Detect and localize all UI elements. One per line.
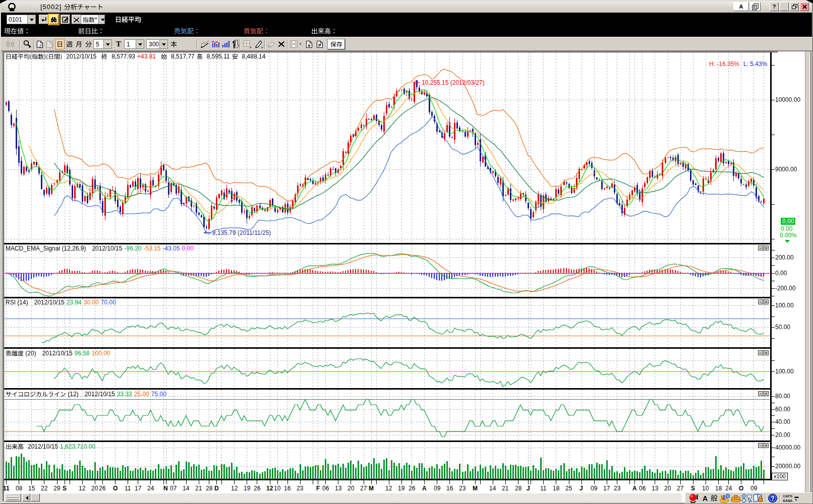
tick-combo[interactable]: 1 — [124, 39, 144, 49]
ime-minimize-icon[interactable]: ▬ — [794, 495, 798, 498]
ime-logo-icon[interactable] — [688, 493, 700, 503]
xtick-22: 22 — [41, 485, 47, 492]
ime-expand-icon[interactable]: ▼ — [794, 499, 798, 501]
scrollbar-thumb[interactable] — [31, 493, 40, 501]
category-value[interactable]: * — [81, 15, 98, 24]
save-button[interactable] — [328, 39, 345, 49]
category-dropdown-icon[interactable] — [98, 15, 104, 24]
psy-minimize-button[interactable]: − — [758, 391, 763, 396]
low-percent-label: L: 5.43% — [743, 60, 767, 68]
magnifier-icon — [23, 40, 32, 48]
macd-minimize-button[interactable]: − — [758, 245, 763, 250]
vol-close-button[interactable]: × — [764, 443, 769, 448]
no-draw-button[interactable] — [72, 15, 81, 24]
page-down-icon — [306, 40, 313, 48]
page-export-button[interactable] — [304, 39, 314, 49]
period-button-4[interactable] — [84, 39, 93, 49]
ime-help-icon[interactable]: ? — [768, 493, 778, 503]
new-page-button[interactable] — [35, 39, 45, 49]
search-button[interactable] — [49, 15, 59, 24]
dev-close-button[interactable]: × — [764, 350, 769, 355]
xtick-24: 24 — [147, 485, 154, 492]
macd-close-button[interactable]: × — [764, 245, 769, 250]
eraser-tool-button[interactable] — [266, 39, 276, 49]
xtick-17: 17 — [135, 485, 141, 492]
minute-dropdown-icon[interactable] — [103, 40, 111, 48]
ime-mode-alpha[interactable]: A — [703, 494, 708, 502]
candlestick-tool-button[interactable] — [4, 39, 17, 49]
quote-field-dekidaka — [311, 27, 337, 35]
volume-unit-box: x100 — [772, 473, 788, 480]
horizontal-scrollbar[interactable] — [4, 493, 682, 502]
ime-pad-icon[interactable] — [741, 493, 752, 503]
xtick-16: 16 — [284, 485, 291, 492]
dev-panel-header: (20)2012/10/1596.58100.00 — [6, 350, 112, 357]
toolbar: 5 T 1 300 — [1, 37, 812, 51]
tick-dropdown-icon[interactable] — [136, 40, 144, 48]
xtick-07: 07 — [170, 485, 177, 492]
print-page-button[interactable]: P — [315, 39, 325, 49]
symbol-code-combo[interactable]: 0101 — [7, 15, 36, 24]
zoom-tool-button[interactable] — [21, 39, 33, 49]
minute-combo[interactable]: 5 — [93, 39, 112, 49]
updown-tool-button[interactable] — [230, 39, 240, 49]
chart-canvas[interactable] — [4, 51, 778, 485]
copy-window-icon[interactable] — [750, 2, 761, 11]
barcount-combo[interactable]: 300 — [146, 39, 168, 49]
category-combo[interactable]: * — [81, 15, 105, 24]
xtick-24: 24 — [725, 485, 732, 492]
xtick-F: F — [316, 485, 320, 492]
caps-indicator[interactable]: CAPS — [783, 494, 792, 498]
minute-value[interactable]: 5 — [94, 40, 103, 48]
scrollbar-grip[interactable] — [5, 493, 21, 501]
scrollbar-left-arrow[interactable] — [22, 493, 30, 501]
edit-registration-button[interactable] — [61, 15, 70, 24]
delete-tool-button[interactable] — [276, 39, 286, 49]
symbol-code-input[interactable]: 0101 — [7, 15, 27, 24]
change-value: +43.81 — [137, 53, 156, 60]
barcount-value[interactable]: 300 — [147, 40, 159, 48]
tick-value[interactable]: 1 — [125, 40, 136, 48]
volume-chart-button[interactable] — [221, 39, 230, 49]
rsi-close-button[interactable]: × — [764, 299, 769, 304]
enter-button[interactable] — [39, 15, 48, 24]
restore-button[interactable] — [790, 2, 799, 11]
draw-tool-button[interactable] — [253, 39, 264, 49]
ime-word-register-icon[interactable] — [719, 493, 730, 503]
xtick-20: 20 — [91, 485, 98, 492]
barcount-dropdown-icon[interactable] — [159, 40, 167, 48]
eraser-icon — [267, 41, 275, 47]
font-button[interactable]: A — [733, 2, 749, 11]
period-button-1[interactable] — [55, 39, 65, 49]
dev-value-1: 96.58 — [75, 350, 90, 357]
ime-toolbox-icon[interactable] — [730, 493, 741, 503]
bars-unit-label — [169, 39, 178, 49]
period-button-2[interactable] — [65, 39, 74, 49]
save-image-button[interactable]: ▼ — [289, 39, 303, 49]
psy-value-3: 75.00 — [151, 391, 166, 398]
grid-tool-button[interactable] — [242, 39, 253, 49]
t-button[interactable]: T — [114, 39, 123, 49]
symbol-code-dropdown-icon[interactable] — [27, 15, 35, 24]
ime-dictionary-icon[interactable] — [752, 493, 764, 503]
xtick-06: 06 — [639, 485, 646, 492]
vol-minimize-button[interactable]: − — [758, 443, 763, 448]
rsi-minimize-button[interactable]: − — [758, 299, 763, 304]
high-value: 8,595.11 — [207, 53, 230, 60]
dev-date: 2012/10/15 — [42, 350, 73, 357]
kana-indicator[interactable]: KANA — [783, 498, 792, 503]
ime-toolbar: A ? CAPS KANA ▬ ▼ — [685, 492, 813, 504]
dev-minimize-button[interactable]: − — [758, 350, 763, 355]
psy-name: (12) — [6, 391, 83, 398]
psy-panel-header: (12)2012/10/1533.3325.0075.00 — [6, 391, 168, 398]
period-button-3[interactable] — [74, 39, 84, 49]
minimize-button[interactable]: _ — [780, 2, 789, 11]
xtick-O: O — [739, 485, 743, 492]
binoculars-icon — [50, 17, 57, 23]
ime-mode-general[interactable] — [711, 494, 718, 502]
help-button[interactable]: ? — [770, 2, 779, 11]
trendline-tool-button[interactable] — [199, 39, 210, 49]
window-title: [5002] — [40, 3, 103, 11]
indicator-chart-button[interactable] — [211, 39, 220, 49]
psy-close-button[interactable]: × — [764, 391, 769, 396]
